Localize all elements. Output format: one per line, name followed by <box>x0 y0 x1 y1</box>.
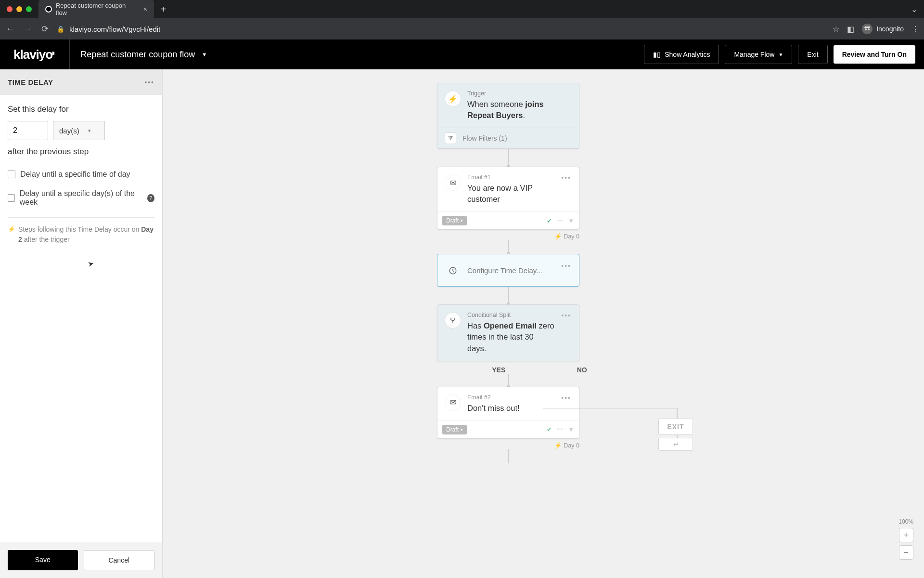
browser-toolbar: ← → ⟳ 🔒 klaviyo.com/flow/VgvcHi/edit ☆ ◧… <box>0 18 924 39</box>
sidebar-title: TIME DELAY <box>8 78 53 86</box>
email-icon: ✉ <box>445 175 461 190</box>
zoom-percent: 100% <box>898 518 913 525</box>
conditional-split-card[interactable]: Conditional Split Has Opened Email zero … <box>437 304 579 361</box>
checkbox-icon[interactable] <box>8 194 15 202</box>
cancel-button[interactable]: Cancel <box>84 550 155 570</box>
card-label: Email #1 <box>467 174 554 181</box>
zoom-in-button[interactable]: + <box>899 528 913 542</box>
status-badge[interactable]: Draft <box>442 425 467 434</box>
save-button[interactable]: Save <box>8 550 78 570</box>
card-menu-icon[interactable]: ••• <box>561 262 571 270</box>
logo[interactable]: klaviyo▘ <box>0 39 70 69</box>
incognito-label: Incognito <box>876 25 904 33</box>
filter-icon: ⧩ <box>445 133 456 144</box>
exit-label: EXIT <box>658 419 693 435</box>
activity-icon[interactable]: 〰 <box>557 426 563 433</box>
tab-close-icon[interactable]: × <box>143 6 147 13</box>
incognito-icon <box>862 24 873 34</box>
incognito-badge: Incognito <box>862 24 904 34</box>
window-controls <box>0 6 38 12</box>
browser-menu-icon[interactable]: ⋮ <box>911 25 919 34</box>
manage-flow-label: Manage Flow <box>734 51 774 58</box>
filter-icon[interactable]: ▼ <box>568 426 574 433</box>
cursor-icon: ➤ <box>87 259 95 269</box>
zoom-controls: 100% + − <box>898 518 913 560</box>
delay-hint: ⚡ Steps following this Time Delay occur … <box>8 224 154 245</box>
after-step-label: after the previous step <box>8 147 154 157</box>
address-bar[interactable]: 🔒 klaviyo.com/flow/VgvcHi/edit <box>57 25 826 33</box>
flow-name: Repeat customer coupon flow <box>80 50 195 60</box>
trigger-card[interactable]: ⚡ Trigger When someone joins Repeat Buye… <box>437 83 579 149</box>
email-card-2[interactable]: ✉ Email #2 Don't miss out! ••• Draft ✔ 〰… <box>437 387 579 439</box>
card-menu-icon[interactable]: ••• <box>561 174 571 182</box>
exit-button[interactable]: Exit <box>798 45 827 64</box>
email-card-1[interactable]: ✉ Email #1 You are now a VIP customer ••… <box>437 167 579 230</box>
maximize-window-icon[interactable] <box>26 6 32 12</box>
card-mini-icons: ✔ 〰 ▼ <box>547 426 574 433</box>
check-icon[interactable]: ✔ <box>547 426 552 433</box>
card-label: Conditional Split <box>467 312 554 318</box>
filter-icon[interactable]: ▼ <box>568 217 574 224</box>
split-branch-labels: YES NO <box>437 366 579 374</box>
flow-filters-row[interactable]: ⧩ Flow Filters (1) <box>437 128 579 148</box>
flow-name-dropdown[interactable]: Repeat customer coupon flow ▼ <box>70 50 218 60</box>
return-icon[interactable]: ↩ <box>658 438 693 451</box>
email-icon: ✉ <box>445 395 461 410</box>
extensions-icon[interactable]: ◧ <box>847 25 854 34</box>
show-analytics-button[interactable]: ▮▯ Show Analytics <box>644 45 719 64</box>
time-delay-card[interactable]: Configure Time Delay... ••• <box>437 254 579 287</box>
review-label: Review and Turn On <box>842 51 907 58</box>
card-label: Email #2 <box>467 394 554 401</box>
check-icon[interactable]: ✔ <box>547 217 552 224</box>
status-badge[interactable]: Draft <box>442 216 467 225</box>
tab-favicon-icon <box>45 6 52 13</box>
delay-card-label: Configure Time Delay... <box>467 266 542 275</box>
clock-icon <box>445 263 461 278</box>
status-label: Draft <box>446 217 459 224</box>
minimize-window-icon[interactable] <box>16 6 22 12</box>
flow-canvas[interactable]: ⚡ Trigger When someone joins Repeat Buye… <box>163 69 924 578</box>
review-turn-on-button[interactable]: Review and Turn On <box>834 45 915 64</box>
no-branch-connector <box>543 408 678 409</box>
manage-flow-button[interactable]: Manage Flow ▼ <box>725 45 792 64</box>
reload-button[interactable]: ⟳ <box>39 24 50 34</box>
sidebar-panel: TIME DELAY ••• Set this delay for day(s)… <box>0 69 163 578</box>
option-label: Delay until a specific day(s) of the wee… <box>20 189 142 207</box>
delay-unit-select[interactable]: day(s) <box>53 121 105 140</box>
browser-tab[interactable]: Repeat customer coupon flow × <box>38 0 154 19</box>
checkbox-icon[interactable] <box>8 171 15 178</box>
divider <box>8 217 154 218</box>
card-label: Trigger <box>467 90 571 97</box>
hint-pre: Steps following this Time Delay occur on <box>18 225 141 233</box>
back-button[interactable]: ← <box>5 24 15 34</box>
card-menu-icon[interactable]: ••• <box>561 312 571 319</box>
activity-icon[interactable]: 〰 <box>557 217 563 224</box>
bolt-icon: ⚡ <box>445 91 461 106</box>
delay-time-of-day-option[interactable]: Delay until a specific time of day <box>8 170 154 179</box>
close-window-icon[interactable] <box>7 6 13 12</box>
zoom-out-button[interactable]: − <box>899 545 913 560</box>
bookmark-icon[interactable]: ☆ <box>833 25 839 34</box>
save-label: Save <box>35 556 51 564</box>
hint-post: after the trigger <box>22 236 70 243</box>
exit-node[interactable]: EXIT ↩ <box>658 419 693 451</box>
delay-value-input[interactable] <box>8 121 48 140</box>
card-mini-icons: ✔ 〰 ▼ <box>547 217 574 224</box>
yes-label: YES <box>492 366 505 374</box>
sidebar-menu-icon[interactable]: ••• <box>144 79 154 86</box>
split-condition: Has Opened Email zero times in the last … <box>467 320 554 354</box>
filters-label: Flow Filters (1) <box>462 134 507 142</box>
delay-day-of-week-option[interactable]: Delay until a specific day(s) of the wee… <box>8 189 154 207</box>
sidebar-header: TIME DELAY ••• <box>0 69 162 95</box>
delay-label: Set this delay for <box>8 105 154 114</box>
split-icon <box>445 313 461 328</box>
help-icon[interactable]: ? <box>147 194 154 202</box>
day-tag: ⚡ Day 0 <box>437 442 579 449</box>
card-menu-icon[interactable]: ••• <box>561 394 571 402</box>
tab-overflow-icon[interactable]: ⌄ <box>911 5 924 14</box>
day-tag: ⚡ Day 0 <box>437 233 579 240</box>
caret-down-icon: ▼ <box>202 52 207 57</box>
no-label: NO <box>577 366 587 374</box>
new-tab-button[interactable]: + <box>154 4 173 15</box>
sidebar-footer: Save Cancel <box>0 542 162 578</box>
